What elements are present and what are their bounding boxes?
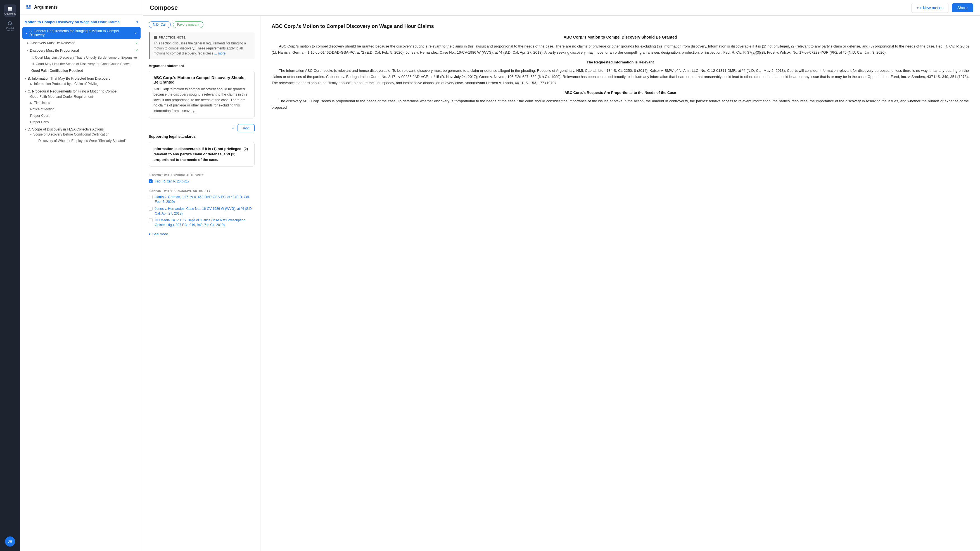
share-button[interactable]: Share [952,3,973,12]
tag-favors-movant[interactable]: Favors movant [173,21,204,28]
row-c4-label: Proper Court [30,114,49,118]
argument-box-text: ABC Corp.'s motion to compel discovery s… [153,87,250,114]
row-c1-label: Good-Faith Meet and Confer Requirement [30,95,93,99]
section-a-chevron-down-icon: ▾ [26,32,27,35]
practice-note-text: This section discusses the general requi… [154,41,251,56]
section-d1-subitems: i. Discovery of Whether Employees Were "… [30,137,138,144]
add-button[interactable]: Add [237,124,255,132]
section-b-label: B. Information That May Be Protected fro… [28,76,110,80]
row-a1-check-icon: ✓ [135,41,138,45]
sidebar: Arguments Motion to Compel Discovery on … [20,0,143,551]
binding-authority-item-0: ✓ Fed. R. Civ. P. 26(b)(1) [149,179,255,184]
outline-row-a2[interactable]: ▾ Discovery Must Be Proportional ✓ [25,47,140,54]
doc-paragraph-1-0: The information ABC Corp. seeks is relev… [272,68,969,86]
user-avatar[interactable]: JH [5,537,15,546]
legal-standard-text: Information is discoverable if it is (1)… [153,146,250,162]
row-b1-label: Information Protected by a Claim of Priv… [34,82,100,86]
section-d-label: D. Scope of Discovery in FLSA Collective… [28,127,104,131]
argument-statement-label: Argument statement [149,64,255,68]
add-row: ✓ Add [149,122,255,134]
section-a-label: A. General Requirements for Bringing a M… [29,29,134,37]
plus-icon: + [916,5,919,10]
persuasive-authority-checkbox-2[interactable] [149,218,153,222]
binding-authority-label: SUPPORT WITH BINDING AUTHORITY [149,174,255,177]
section-a-check-icon: ✓ [134,31,137,35]
svg-rect-4 [8,10,12,11]
nav-arguments[interactable]: Arguments [4,5,16,17]
practice-note-more[interactable]: ... more [214,51,226,55]
svg-rect-10 [27,8,31,8]
outline-row-b1[interactable]: ▶ Information Protected by a Claim of Pr… [30,80,138,87]
main-content: Compose + + New motion Share N.D. Cal. F… [143,0,980,551]
outline-row-c4[interactable]: Proper Court [30,112,138,119]
section-b-header[interactable]: ▾ B. Information That May Be Protected f… [25,76,138,80]
section-b-container: ▾ B. Information That May Be Protected f… [20,75,143,88]
nav-parallel-search[interactable]: Parallel Search [4,20,16,32]
row-a2-label: Discovery Must Be Proportional [30,49,135,53]
section-a-item[interactable]: ▾ A. General Requirements for Bringing a… [22,27,140,39]
outline-row-d1[interactable]: ▾ Scope of Discovery Before Conditional … [30,131,138,137]
see-more[interactable]: ▾ See more [149,230,255,238]
section-a-container: ▾ A. General Requirements for Bringing a… [22,27,140,74]
practice-note: PRACTICE NOTE This section discusses the… [149,32,255,59]
svg-rect-2 [10,8,12,9]
tag-ndcal[interactable]: N.D. Cal. [149,21,171,28]
section-d-subitems: ▾ Scope of Discovery Before Conditional … [25,131,138,144]
outline-row-c3[interactable]: Notice of Motion [30,106,138,112]
section-c-header[interactable]: ▾ C. Procedural Requirements for Filing … [25,89,138,93]
persuasive-authority-item-2: HD Media Co. v. U.S. Dep't of Justice (I… [149,218,255,228]
row-a3-label: Good Faith Certification Required [31,69,83,73]
doc-section-title-0: ABC Corp.'s Motion to Compel Discovery S… [272,35,969,40]
outline-row-c5[interactable]: Proper Party [30,119,138,125]
sidebar-header: Arguments [20,0,143,15]
nav-arguments-label: Arguments [4,12,16,15]
row-c3-label: Notice of Motion [30,107,54,111]
section-c-chevron-down-icon: ▾ [25,90,26,93]
new-motion-button[interactable]: + + New motion [912,3,948,13]
new-motion-label: + New motion [920,6,944,10]
middle-panel: N.D. Cal. Favors movant PRACTICE NOTE Th… [143,16,261,551]
outline-row-a1[interactable]: ▶ Discovery Must Be Relevant ✓ [25,39,140,47]
row-d1-chevron-down-icon: ▾ [30,133,32,136]
row-a1-label: Discovery Must Be Relevant [31,41,135,45]
binding-authority-text-0[interactable]: Fed. R. Civ. P. 26(b)(1) [155,179,189,184]
persuasive-authority-item-0: Harris v. German, 1:15-cv-01462-DAD-GSA-… [149,195,255,204]
outline-row-c2[interactable]: ▶ Timeliness [30,100,138,106]
section-a2-subitems: i. Court May Limit Discovery That Is Und… [25,54,140,67]
argument-box: ABC Corp.'s Motion to Compel Discovery S… [149,71,255,118]
outline-row-a3[interactable]: Good Faith Certification Required [25,67,140,74]
practice-note-header: PRACTICE NOTE [154,36,251,39]
svg-rect-1 [10,7,12,8]
outline-top-item[interactable]: Motion to Compel Discovery on Wage and H… [20,18,143,26]
binding-authority-checkbox-0[interactable]: ✓ [149,179,153,183]
section-c-subitems: Good-Faith Meet and Confer Requirement ▶… [25,93,138,125]
outline-top-item-title: Motion to Compel Discovery on Wage and H… [25,20,119,24]
outline-top-chevron-down-icon: ▾ [136,20,138,24]
right-panel: ABC Corp.'s Motion to Compel Discovery o… [261,16,980,551]
svg-rect-11 [27,8,31,9]
outline-row-a2i[interactable]: i. Court May Limit Discovery That Is Und… [30,54,140,61]
outline-row-a2ii[interactable]: ii. Court May Limit the Scope of Discove… [30,61,140,67]
section-d-header[interactable]: ▾ D. Scope of Discovery in FLSA Collecti… [25,127,138,131]
see-more-label: See more [152,232,168,236]
row-c2-chevron-right-icon: ▶ [30,102,32,105]
persuasive-authority-text-0[interactable]: Harris v. German, 1:15-cv-01462-DAD-GSA-… [155,195,255,204]
section-d-container: ▾ D. Scope of Discovery in FLSA Collecti… [20,126,143,145]
row-a2ii-label: ii. Court May Limit the Scope of Discove… [32,62,130,66]
doc-paragraph-2-0: The discovery ABC Corp. seeks is proport… [272,98,969,110]
left-navigation: Arguments Parallel Search JH [0,0,20,551]
persuasive-authority-text-1[interactable]: Jones v. Hernandez, Case No.: 16-CV-1986… [155,207,255,216]
outline-row-c1[interactable]: Good-Faith Meet and Confer Requirement [30,93,138,100]
persuasive-authority-text-2[interactable]: HD Media Co. v. U.S. Dep't of Justice (I… [155,218,255,228]
arguments-icon [26,5,31,10]
sidebar-title: Arguments [34,5,57,10]
outline-row-d1i[interactable]: i. Discovery of Whether Employees Were "… [36,137,138,144]
content-area: N.D. Cal. Favors movant PRACTICE NOTE Th… [143,16,980,551]
row-a1-chevron-right-icon: ▶ [27,41,29,45]
row-c2-label: Timeliness [34,101,50,105]
persuasive-authority-checkbox-1[interactable] [149,207,153,211]
persuasive-authority-checkbox-0[interactable] [149,195,153,199]
svg-rect-0 [8,7,10,9]
argument-box-title: ABC Corp.'s Motion to Compel Discovery S… [153,75,250,84]
row-d1-label: Scope of Discovery Before Conditional Ce… [33,132,109,136]
